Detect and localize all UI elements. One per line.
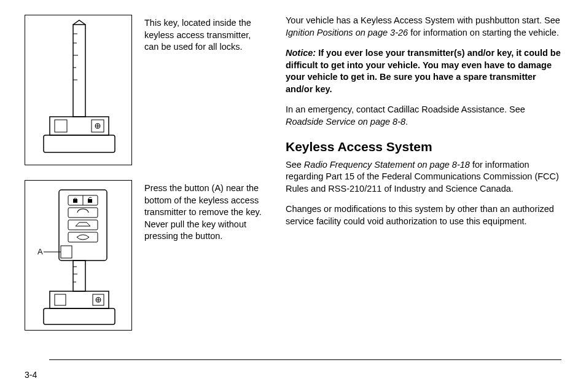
right-column: Your vehicle has a Keyless Access System… xyxy=(286,15,561,356)
page-number: 3-4 xyxy=(25,370,37,380)
figure-block-2: A Press the button (A) near the bot xyxy=(25,180,267,331)
section-heading: Keyless Access System xyxy=(286,139,561,154)
paragraph-modifications: Changes or modifications to this system … xyxy=(286,203,561,227)
figure-block-1: This key, located inside the keyless acc… xyxy=(25,15,267,165)
svg-rect-23 xyxy=(73,261,85,291)
notice-paragraph: Notice: If you ever lose your transmitte… xyxy=(286,47,561,95)
notice-text: If you ever lose your transmitter(s) and… xyxy=(286,48,561,94)
footer-rule xyxy=(49,359,561,360)
left-column: This key, located inside the keyless acc… xyxy=(25,15,267,356)
label-a: A xyxy=(37,247,43,256)
text: See xyxy=(286,160,304,170)
svg-rect-7 xyxy=(55,120,67,132)
svg-rect-28 xyxy=(55,294,66,305)
cross-ref-roadside: Roadside Service on page 8-8 xyxy=(286,117,405,127)
svg-rect-33 xyxy=(44,308,115,324)
text: . xyxy=(405,117,408,127)
svg-rect-0 xyxy=(73,25,85,117)
text: Your vehicle has a Keyless Access System… xyxy=(286,15,560,25)
cross-ref-rf: Radio Frequency Statement on page 8-18 xyxy=(304,160,470,170)
figure-2-caption: Press the button (A) near the bottom of … xyxy=(144,180,267,331)
text: In an emergency, contact Cadillac Roadsi… xyxy=(286,104,525,114)
transmitter-illustration: A xyxy=(25,180,132,331)
paragraph-intro: Your vehicle has a Keyless Access System… xyxy=(286,15,561,39)
key-illustration xyxy=(25,15,132,165)
page-content: This key, located inside the keyless acc… xyxy=(25,15,561,356)
paragraph-emergency: In an emergency, contact Cadillac Roadsi… xyxy=(286,104,561,128)
svg-rect-21 xyxy=(61,246,72,258)
svg-rect-19 xyxy=(68,220,98,230)
svg-rect-17 xyxy=(88,199,92,203)
cross-ref-ignition: Ignition Positions on page 3-26 xyxy=(286,28,408,37)
paragraph-rf: See Radio Frequency Statement on page 8-… xyxy=(286,159,561,195)
svg-rect-12 xyxy=(44,135,115,152)
text: for information on starting the vehicle. xyxy=(408,28,559,37)
svg-rect-16 xyxy=(73,199,77,203)
svg-rect-20 xyxy=(68,232,98,242)
figure-1-caption: This key, located inside the keyless acc… xyxy=(144,15,267,165)
notice-label: Notice: xyxy=(286,48,316,58)
